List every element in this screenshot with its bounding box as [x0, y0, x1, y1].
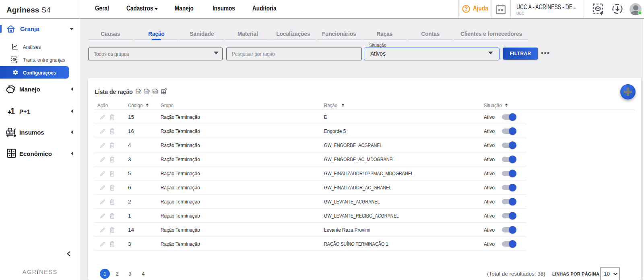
svg-text:CSV: CSV — [144, 91, 150, 93]
svg-text:PDF: PDF — [136, 91, 141, 93]
svg-text:XLSX: XLSX — [152, 91, 159, 93]
